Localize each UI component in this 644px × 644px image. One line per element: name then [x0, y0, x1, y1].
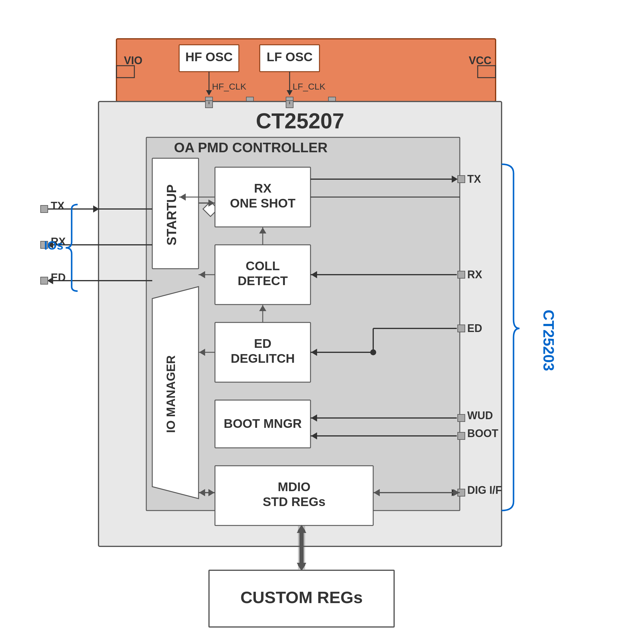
io-manager-label: IO MANAGER [164, 355, 177, 433]
hf-osc-label: HF OSC [185, 50, 233, 64]
svg-rect-38 [458, 271, 465, 278]
svg-rect-47 [458, 414, 465, 422]
vio-label: VIO [124, 54, 142, 67]
ed-label: ED [254, 336, 271, 351]
svg-rect-28 [299, 528, 304, 568]
lf-osc-label: LF OSC [267, 50, 313, 64]
ios-label: IOs [44, 239, 63, 252]
boot-label: BOOT [467, 427, 498, 439]
boot-mngr-label: BOOT MNGR [224, 416, 302, 431]
rx-right-label: RX [467, 268, 482, 281]
ed-left-label: ED [51, 271, 66, 284]
diagram-container: HF OSC LF OSC VIO VCC HF_CLK LF_CLK [0, 0, 644, 644]
ct25203-label: CT25203 [540, 310, 557, 371]
dig-if-label: DIG I/F [467, 484, 502, 496]
svg-rect-34 [458, 176, 465, 183]
svg-rect-57 [41, 205, 48, 213]
svg-rect-50 [458, 432, 465, 439]
wud-label: WUD [467, 409, 493, 422]
tx-right-label: TX [467, 173, 481, 185]
mdio-label: MDIO [278, 480, 311, 494]
startup-label: STARTUP [164, 185, 179, 246]
one-shot-label: ONE SHOT [230, 196, 296, 210]
tx-left-label: TX [51, 200, 64, 212]
custom-regs-label: CUSTOM REGs [240, 588, 363, 607]
hf-clk-label: HF_CLK [212, 82, 246, 91]
ct25207-title: CT25207 [256, 109, 344, 133]
deglitch-label: DEGLITCH [231, 351, 295, 365]
rx-label: RX [254, 181, 271, 195]
svg-rect-43 [458, 325, 465, 332]
svg-point-44 [370, 349, 376, 355]
ed-right-label: ED [467, 322, 482, 334]
svg-rect-63 [41, 277, 48, 284]
detect-label: DETECT [238, 274, 288, 288]
lf-clk-label: LF_CLK [293, 82, 325, 91]
coll-label: COLL [246, 259, 280, 273]
oa-pmd-label: OA PMD CONTROLLER [174, 140, 328, 155]
std-regs-label: STD REGs [263, 495, 325, 509]
vcc-label: VCC [469, 54, 491, 67]
